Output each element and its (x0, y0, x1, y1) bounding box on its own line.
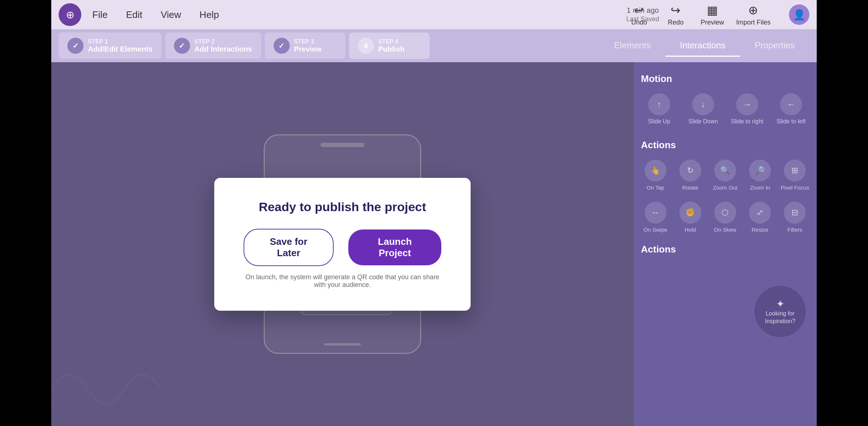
pixel-focus-icon: ⊞ (784, 160, 806, 182)
import-files-button[interactable]: ⊕ Import Files (736, 3, 771, 26)
slide-down-label: Slide Down (689, 118, 718, 125)
step-2-name: Add Interactions (194, 45, 252, 53)
on-skew-icon: ⬡ (714, 202, 736, 224)
modal-overlay: Ready to publish the project Save for La… (51, 62, 634, 426)
logo[interactable]: ⊕ (59, 3, 81, 26)
nav-edit[interactable]: Edit (126, 9, 142, 20)
motion-section-title: Motion (641, 73, 809, 85)
slide-left-icon: ← (780, 93, 802, 115)
preview-button[interactable]: ▦ Preview (700, 3, 725, 26)
actions-section: Actions 👆 On Tap ↻ Rotate 🔍 Zoom Out (641, 139, 809, 255)
step-4-circle: 4 (358, 38, 374, 54)
save-status: 1 min ago Last Saved (626, 5, 659, 23)
step-3-circle: ✓ (274, 38, 290, 54)
step-4[interactable]: 4 STEP 4 Publish (349, 33, 430, 59)
nav-file[interactable]: File (92, 9, 108, 20)
actions-grid-row1: 👆 On Tap ↻ Rotate 🔍 Zoom Out 🔎 Zoom In (641, 160, 809, 191)
inspiration-button[interactable]: ✦ Looking for Inspiration? (754, 286, 806, 337)
modal-buttons: Save for Later Launch Project (244, 229, 441, 266)
step-2-text: STEP 2 Add Interactions (194, 38, 252, 53)
slide-left-label: Slide to left (776, 118, 805, 125)
save-later-button[interactable]: Save for Later (244, 229, 334, 266)
redo-button[interactable]: ↪ Redo (663, 3, 689, 26)
tab-properties[interactable]: Properties (740, 35, 809, 57)
action-hold[interactable]: ✊ Hold (676, 202, 705, 233)
filters-icon: ⊟ (784, 202, 806, 224)
import-label: Import Files (736, 19, 771, 26)
tab-elements[interactable]: Elements (599, 35, 665, 57)
right-black-bar (817, 0, 868, 426)
preview-icon: ▦ (707, 3, 718, 17)
tab-interactions[interactable]: Interactions (665, 35, 740, 57)
motion-slide-left[interactable]: ← Slide to left (773, 93, 809, 125)
step-3-text: STEP 3 Preview (294, 38, 322, 53)
step-3-name: Preview (294, 45, 322, 53)
left-black-bar (0, 0, 51, 426)
action-zoom-in[interactable]: 🔎 Zoom In (746, 160, 775, 191)
header: ⊕ File Edit View Help 1 min ago Last Sav… (51, 0, 817, 29)
logo-icon: ⊕ (66, 9, 74, 21)
on-skew-label: On Skew (714, 227, 737, 233)
nav-view[interactable]: View (161, 9, 181, 20)
panel-footer: ✦ Looking for Inspiration? (641, 264, 809, 337)
inspiration-star-icon: ✦ (776, 298, 784, 310)
slide-right-icon: → (736, 93, 758, 115)
action-zoom-out[interactable]: 🔍 Zoom Out (711, 160, 739, 191)
steps-bar: ✓ STEP 1 Add/Edit Elements ✓ STEP 2 Add … (51, 29, 817, 62)
step-1-circle: ✓ (67, 38, 84, 54)
motion-slide-down[interactable]: ↓ Slide Down (685, 93, 722, 125)
zoom-out-label: Zoom Out (713, 184, 738, 191)
right-panel: Motion ↑ Slide Up ↓ Slide Down → Slide t… (634, 62, 817, 426)
slide-up-label: Slide Up (648, 118, 670, 125)
action-resize[interactable]: ⤢ Resize (746, 202, 775, 233)
saved-label: Last Saved (626, 15, 659, 23)
launch-project-button[interactable]: Launch Project (348, 229, 441, 265)
on-tap-label: On Tap (647, 184, 664, 191)
inspiration-label: Looking for Inspiration? (754, 310, 806, 325)
motion-grid: ↑ Slide Up ↓ Slide Down → Slide to right… (641, 93, 809, 125)
import-icon: ⊕ (748, 3, 758, 17)
modal-title: Ready to publish the project (259, 200, 426, 214)
header-nav: File Edit View Help (92, 9, 626, 20)
actions-grid-row2: ↔ On Swipe ✊ Hold ⬡ On Skew ⤢ Resize (641, 202, 809, 233)
step-1[interactable]: ✓ STEP 1 Add/Edit Elements (59, 33, 162, 59)
step-2-circle: ✓ (174, 38, 190, 54)
step-1-name: Add/Edit Elements (88, 45, 153, 53)
action-rotate[interactable]: ↻ Rotate (676, 160, 705, 191)
action-on-tap[interactable]: 👆 On Tap (641, 160, 670, 191)
redo-label: Redo (668, 19, 683, 26)
motion-slide-up[interactable]: ↑ Slide Up (641, 93, 678, 125)
step-2[interactable]: ✓ STEP 2 Add Interactions (165, 33, 261, 59)
pixel-focus-label: Pixel Focus (781, 184, 809, 191)
preview-label: Preview (701, 19, 724, 26)
modal-dialog: Ready to publish the project Save for La… (214, 178, 471, 311)
slide-right-label: Slide to right (731, 118, 764, 125)
actions-title-2: Actions (641, 244, 809, 255)
step-3[interactable]: ✓ STEP 3 Preview (265, 33, 345, 59)
resize-label: Resize (752, 227, 768, 233)
on-swipe-icon: ↔ (645, 202, 667, 224)
action-on-swipe[interactable]: ↔ On Swipe (641, 202, 670, 233)
action-filters[interactable]: ⊟ Filters (780, 202, 809, 233)
main-content: Ready to publish the project Save for La… (51, 62, 817, 426)
hold-icon: ✊ (679, 202, 701, 224)
rotate-label: Rotate (682, 184, 698, 191)
slide-up-icon: ↑ (648, 93, 670, 115)
redo-icon: ↪ (671, 3, 680, 17)
action-on-skew[interactable]: ⬡ On Skew (711, 202, 739, 233)
slide-down-icon: ↓ (692, 93, 714, 115)
on-swipe-label: On Swipe (643, 227, 667, 233)
profile-icon: 👤 (793, 9, 806, 21)
canvas-area: Ready to publish the project Save for La… (51, 62, 634, 426)
actions-title: Actions (641, 139, 809, 151)
action-pixel-focus[interactable]: ⊞ Pixel Focus (780, 160, 809, 191)
motion-slide-right[interactable]: → Slide to right (729, 93, 765, 125)
on-tap-icon: 👆 (645, 160, 667, 182)
rotate-icon: ↻ (679, 160, 701, 182)
panel-tabs: Elements Interactions Properties (599, 35, 809, 57)
zoom-in-icon: 🔎 (749, 160, 771, 182)
profile-avatar[interactable]: 👤 (789, 4, 809, 25)
hold-label: Hold (685, 227, 696, 233)
nav-help[interactable]: Help (200, 9, 219, 20)
step-1-num: STEP 1 (88, 38, 153, 45)
